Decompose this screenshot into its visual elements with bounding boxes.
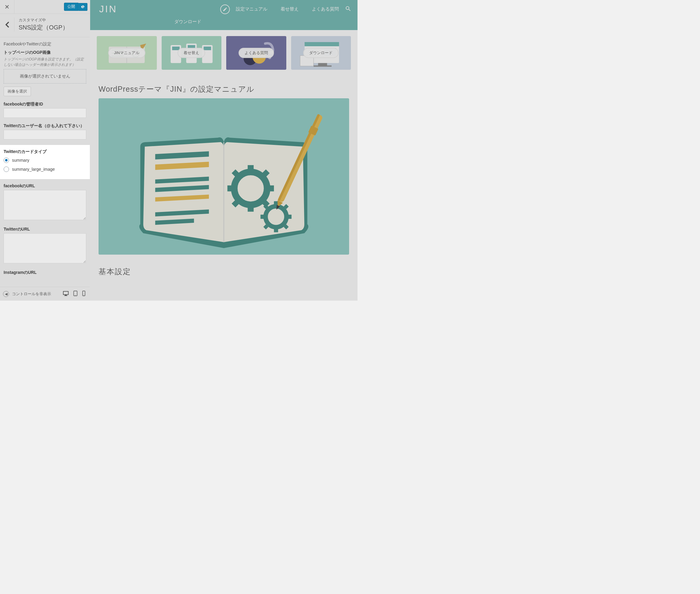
collapse-icon[interactable]: ◀ [3, 291, 9, 297]
fb-url-input[interactable] [4, 190, 86, 220]
twitter-url-section: TwitterのURL [0, 227, 90, 270]
no-image-placeholder: 画像が選択されていません [4, 69, 86, 84]
fb-admin-input[interactable] [4, 108, 86, 118]
close-button[interactable]: ✕ [0, 0, 14, 14]
card-download-label: ダウンロード [303, 48, 339, 58]
card-manual[interactable]: JINマニュアル [97, 36, 157, 70]
radio-summary[interactable] [4, 158, 9, 163]
nav-faq[interactable]: よくある質問 [312, 6, 339, 12]
svg-rect-37 [248, 165, 253, 171]
twitter-card-section: Twitterのカードタイプ summary summary_large_ima… [0, 145, 90, 179]
search-icon [345, 5, 351, 12]
card-kisekae-label: 着せ替え [178, 48, 205, 58]
device-tablet-icon[interactable] [73, 291, 78, 297]
svg-point-6 [83, 295, 84, 295]
customizer-sidebar: ✕ 公開 カスタマイズ中 SNS設定（OGP） FacebookやTwitter… [0, 0, 90, 301]
twitter-user-section: Twitterのユーザー名（@も入れて下さい） [0, 123, 90, 145]
hero-image [99, 98, 349, 255]
svg-rect-22 [304, 42, 339, 46]
fb-admin-section: facebookの管理者ID [0, 102, 90, 123]
select-image-button[interactable]: 画像を選択 [4, 87, 31, 96]
card-kisekae[interactable]: 着せ替え [162, 36, 222, 70]
radio-large-row[interactable]: summary_large_image [4, 165, 86, 174]
card-faq-label: よくある質問 [239, 48, 274, 58]
device-desktop-icon[interactable] [63, 291, 69, 297]
svg-rect-40 [268, 186, 274, 192]
svg-rect-39 [228, 186, 234, 192]
fb-url-section: facebookのURL [0, 184, 90, 227]
twitter-card-label: Twitterのカードタイプ [4, 149, 86, 155]
pencil-icon [222, 7, 228, 12]
section-description: FacebookやTwitterの設定 [0, 37, 90, 50]
settings-gear-button[interactable] [78, 3, 88, 11]
chevron-left-icon [5, 22, 9, 28]
collapse-label[interactable]: コントロールを非表示 [12, 291, 60, 297]
twitter-url-input[interactable] [4, 233, 86, 263]
svg-rect-46 [274, 201, 278, 205]
section-header: カスタマイズ中 SNS設定（OGP） [0, 14, 90, 37]
nav-manual[interactable]: 設定マニュアル [236, 6, 268, 12]
svg-rect-25 [313, 66, 331, 67]
svg-rect-0 [63, 291, 69, 295]
svg-rect-49 [287, 214, 291, 219]
nav-kisekae[interactable]: 着せ替え [281, 6, 299, 12]
site-header: JIN 設定マニュアル 着せ替え よくある質問 ダウンロード [90, 0, 357, 30]
preview-pane: JIN 設定マニュアル 着せ替え よくある質問 ダウンロード [90, 0, 357, 301]
card-download[interactable]: ダウンロード [291, 36, 351, 70]
search-button[interactable] [345, 5, 351, 13]
sidebar-topbar: ✕ 公開 [0, 0, 90, 14]
hero-illustration [99, 98, 349, 255]
nav-download[interactable]: ダウンロード [174, 19, 201, 24]
instagram-url-section: InstagramのURL [0, 270, 90, 282]
customizing-label: カスタマイズ中 [19, 18, 69, 23]
device-mobile-icon[interactable] [82, 291, 85, 297]
svg-rect-38 [248, 206, 253, 211]
ogp-label: トップページのOGP画像 [4, 50, 86, 55]
back-button[interactable] [0, 18, 14, 32]
site-logo[interactable]: JIN [96, 4, 117, 15]
fb-url-label: facebookのURL [4, 184, 86, 189]
gear-icon [81, 5, 85, 9]
page-title: WordPressテーマ『JIN』の設定マニュアル [90, 76, 357, 98]
write-button[interactable] [220, 4, 230, 14]
section-title: SNS設定（OGP） [19, 24, 69, 32]
radio-summary-label: summary [12, 158, 29, 163]
ogp-image-section: トップページのOGP画像 トップページのOGP画像を設定できます。（設定しない場… [0, 50, 90, 102]
twitter-user-input[interactable] [4, 130, 86, 139]
sidebar-scroll[interactable]: FacebookやTwitterの設定 トップページのOGP画像 トップページの… [0, 37, 90, 287]
radio-summary-row[interactable]: summary [4, 156, 86, 165]
instagram-url-label: InstagramのURL [4, 270, 86, 275]
twitter-url-label: TwitterのURL [4, 227, 86, 232]
svg-point-4 [75, 295, 76, 295]
svg-rect-1 [65, 295, 67, 296]
twitter-user-label: Twitterのユーザー名（@も入れて下さい） [4, 123, 86, 129]
fb-admin-label: facebookの管理者ID [4, 102, 86, 107]
section-heading: 基本設定 [90, 267, 357, 279]
ogp-help: トップページのOGP画像を設定できます。（設定しない場合はヘッダー画像が表示され… [4, 57, 86, 67]
svg-rect-48 [260, 214, 265, 219]
feature-cards: JINマニュアル 着せ替え [90, 30, 357, 76]
radio-summary-large[interactable] [4, 167, 9, 172]
svg-rect-47 [274, 228, 278, 232]
publish-button[interactable]: 公開 [64, 3, 78, 11]
svg-rect-2 [64, 295, 67, 296]
card-faq[interactable]: よくある質問 [226, 36, 286, 70]
sidebar-footer: ◀ コントロールを非表示 [0, 287, 90, 301]
card-manual-label: JINマニュアル [108, 48, 146, 58]
svg-rect-17 [203, 46, 211, 50]
radio-large-label: summary_large_image [12, 167, 55, 172]
